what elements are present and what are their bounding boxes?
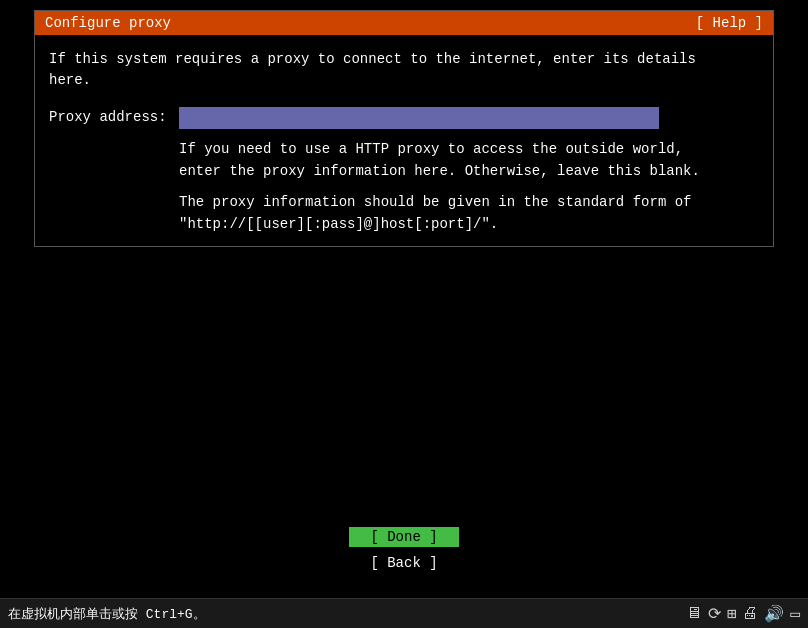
done-button[interactable]: [ Done ] bbox=[349, 527, 459, 547]
proxy-description: If you need to use a HTTP proxy to acces… bbox=[179, 139, 759, 182]
tablet-icon[interactable]: ▭ bbox=[790, 604, 800, 624]
proxy-format: The proxy information should be given in… bbox=[179, 192, 759, 235]
proxy-format-line1: The proxy information should be given in… bbox=[179, 194, 691, 210]
printer-icon[interactable]: 🖨 bbox=[742, 604, 758, 623]
status-bar: 在虚拟机内部单击或按 Ctrl+G。 🖥 ⟳ ⊞ 🖨 🔊 ▭ bbox=[0, 598, 808, 628]
monitor-icon[interactable]: 🖥 bbox=[686, 604, 702, 623]
clipboard-icon[interactable]: ⊞ bbox=[727, 604, 737, 624]
proxy-desc-line1: If you need to use a HTTP proxy to acces… bbox=[179, 141, 683, 157]
buttons-area: [ Done ] [ Back ] bbox=[349, 527, 459, 573]
proxy-format-line2: "http://[[user][:pass]@]host[:port]/". bbox=[179, 216, 498, 232]
proxy-address-label: Proxy address: bbox=[49, 107, 179, 125]
intro-text-content: If this system requires a proxy to conne… bbox=[49, 51, 696, 88]
dialog-title: Configure proxy bbox=[45, 15, 171, 31]
intro-text: If this system requires a proxy to conne… bbox=[49, 49, 759, 91]
status-hint-text: 在虚拟机内部单击或按 Ctrl+G。 bbox=[8, 605, 206, 623]
proxy-address-input[interactable] bbox=[179, 107, 659, 129]
help-button[interactable]: [ Help ] bbox=[696, 15, 763, 31]
proxy-desc-line2: enter the proxy information here. Otherw… bbox=[179, 163, 700, 179]
status-icons-area: 🖥 ⟳ ⊞ 🖨 🔊 ▭ bbox=[686, 604, 800, 624]
back-button[interactable]: [ Back ] bbox=[349, 553, 459, 573]
refresh-icon[interactable]: ⟳ bbox=[708, 604, 721, 624]
volume-icon[interactable]: 🔊 bbox=[764, 604, 784, 624]
